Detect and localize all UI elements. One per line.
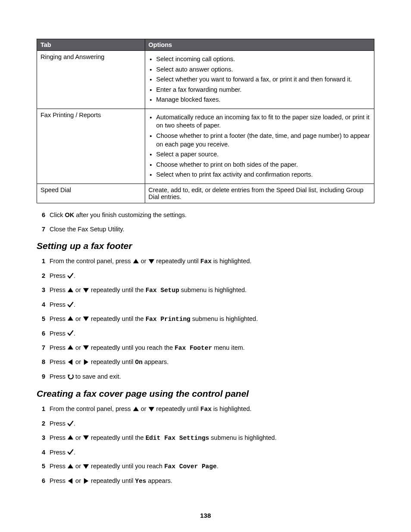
- arrow-down-icon: [83, 344, 89, 351]
- step-item: 1 From the control panel, press or repea…: [37, 257, 374, 266]
- option-item: Automatically reduce an incoming fax to …: [156, 113, 371, 130]
- arrow-right-icon: [83, 478, 89, 484]
- step-number: 6: [37, 211, 45, 219]
- table-row: Fax Printing / Reports Automatically red…: [37, 109, 374, 184]
- arrow-right-icon: [83, 359, 89, 365]
- arrow-down-icon: [83, 463, 89, 470]
- back-icon: [67, 373, 74, 380]
- option-item: Select auto answer options.: [156, 65, 371, 74]
- step-text: Press or repeatedly until the Fax Printi…: [50, 315, 374, 324]
- step-number: 9: [37, 373, 45, 381]
- tab-cell: Fax Printing / Reports: [37, 109, 145, 184]
- step-text: Press or repeatedly until you reach Fax …: [50, 462, 374, 471]
- step-text: Press or repeatedly until the Edit Fax S…: [50, 434, 374, 442]
- option-item: Select incoming call options.: [156, 55, 371, 64]
- tab-cell: Ringing and Answering: [37, 51, 145, 109]
- section2-step-list: 1 From the control panel, press or repea…: [37, 405, 374, 485]
- step-item: 8 Press or repeatedly until On appears.: [37, 358, 374, 367]
- step-item: 5 Press or repeatedly until the Fax Prin…: [37, 315, 374, 324]
- step-number: 2: [37, 272, 45, 280]
- option-item: Manage blocked faxes.: [156, 96, 371, 104]
- step-number: 3: [37, 434, 45, 442]
- step-number: 5: [37, 462, 45, 470]
- step-number: 2: [37, 420, 45, 428]
- section1-step-list: 1 From the control panel, press or repea…: [37, 257, 374, 381]
- option-item: Select when to print fax activity and co…: [156, 171, 371, 179]
- step-item: 7 Close the Fax Setup Utility.: [37, 225, 374, 233]
- step-number: 1: [37, 257, 45, 265]
- step-item: 2 Press .: [37, 420, 374, 428]
- step-number: 6: [37, 477, 45, 485]
- step-item: 6 Press or repeatedly until Yes appears.: [37, 477, 374, 485]
- step-text: Press .: [50, 272, 374, 280]
- step-number: 8: [37, 358, 45, 366]
- table-row: Ringing and Answering Select incoming ca…: [37, 51, 374, 109]
- step-number: 4: [37, 448, 45, 457]
- check-icon: [67, 273, 74, 279]
- arrow-down-icon: [148, 406, 155, 412]
- step-text: Press or repeatedly until On appears.: [50, 358, 374, 367]
- arrow-up-icon: [67, 434, 74, 441]
- arrow-up-icon: [67, 344, 74, 351]
- step-item: 1 From the control panel, press or repea…: [37, 405, 374, 414]
- option-item: Enter a fax forwarding number.: [156, 86, 371, 94]
- step-text: Close the Fax Setup Utility.: [50, 225, 374, 233]
- th-tab: Tab: [37, 39, 145, 51]
- step-text: Press .: [50, 301, 374, 309]
- arrow-down-icon: [83, 434, 89, 441]
- tab-cell: Speed Dial: [37, 184, 145, 203]
- step-item: 9 Press to save and exit.: [37, 373, 374, 381]
- step-text: Press or repeatedly until you reach the …: [50, 344, 374, 352]
- step-item: 5 Press or repeatedly until you reach Fa…: [37, 462, 374, 471]
- step-item: 3 Press or repeatedly until the Fax Setu…: [37, 286, 374, 295]
- options-cell: Automatically reduce an incoming fax to …: [145, 109, 374, 184]
- table-row: Speed Dial Create, add to, edit, or dele…: [37, 184, 374, 203]
- arrow-up-icon: [67, 315, 74, 322]
- step-number: 6: [37, 330, 45, 338]
- option-item: Choose whether to print on both sides of…: [156, 161, 371, 169]
- step-item: 6 Click OK after you finish customizing …: [37, 211, 374, 219]
- arrow-down-icon: [83, 287, 89, 293]
- step-item: 4 Press .: [37, 448, 374, 457]
- step-text: Press or repeatedly until Yes appears.: [50, 477, 374, 485]
- step-text: Press .: [50, 420, 374, 428]
- pre-step-list: 6 Click OK after you finish customizing …: [37, 211, 374, 233]
- options-cell: Select incoming call options. Select aut…: [145, 51, 374, 109]
- th-options: Options: [145, 39, 374, 51]
- step-text: Press to save and exit.: [50, 373, 374, 381]
- step-number: 4: [37, 301, 45, 309]
- check-icon: [67, 449, 74, 455]
- step-item: 4 Press .: [37, 301, 374, 309]
- options-cell: Create, add to, edit, or delete entries …: [145, 184, 374, 203]
- option-item: Select a paper source.: [156, 150, 371, 159]
- arrow-up-icon: [133, 406, 139, 412]
- arrow-left-icon: [67, 359, 74, 365]
- arrow-up-icon: [67, 287, 74, 293]
- arrow-up-icon: [133, 258, 139, 264]
- option-item: Choose whether to print a footer (the da…: [156, 132, 371, 149]
- step-item: 7 Press or repeatedly until you reach th…: [37, 344, 374, 352]
- arrow-down-icon: [83, 315, 89, 322]
- step-number: 5: [37, 315, 45, 323]
- step-text: Press .: [50, 330, 374, 338]
- step-item: 6 Press .: [37, 330, 374, 338]
- page-number: 138: [0, 512, 411, 519]
- arrow-left-icon: [67, 478, 74, 484]
- step-text: Press .: [50, 448, 374, 457]
- section-heading-fax-footer: Setting up a fax footer: [37, 241, 374, 251]
- section-heading-fax-cover: Creating a fax cover page using the cont…: [37, 389, 374, 399]
- arrow-up-icon: [67, 463, 74, 470]
- page-container: Tab Options Ringing and Answering Select…: [0, 0, 411, 532]
- step-text: Click OK after you finish customizing th…: [50, 211, 374, 219]
- step-number: 1: [37, 405, 45, 413]
- step-text: Press or repeatedly until the Fax Setup …: [50, 286, 374, 295]
- step-text: From the control panel, press or repeate…: [50, 257, 374, 266]
- step-number: 3: [37, 286, 45, 294]
- check-icon: [67, 330, 74, 336]
- table-header-row: Tab Options: [37, 39, 374, 51]
- step-item: 2 Press .: [37, 272, 374, 280]
- step-text: From the control panel, press or repeate…: [50, 405, 374, 414]
- step-number: 7: [37, 225, 45, 233]
- step-number: 7: [37, 344, 45, 352]
- step-item: 3 Press or repeatedly until the Edit Fax…: [37, 434, 374, 442]
